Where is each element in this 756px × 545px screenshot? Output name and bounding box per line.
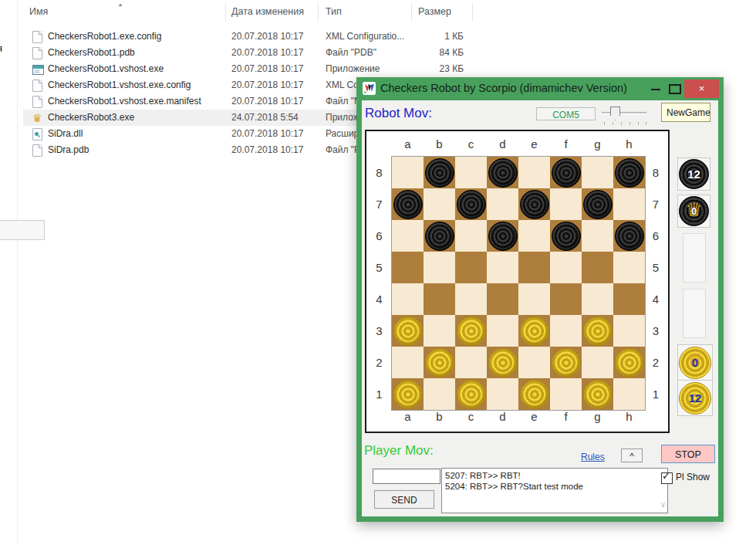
board-square-a3[interactable] xyxy=(392,315,424,347)
minimize-button[interactable] xyxy=(651,89,660,90)
black-men-count: 12 xyxy=(687,168,700,181)
com-port-button[interactable]: COM5 xyxy=(536,107,596,120)
board-square-c8[interactable] xyxy=(455,157,487,188)
board-square-f1[interactable] xyxy=(550,378,582,410)
scroll-down-icon[interactable]: ∨ xyxy=(660,499,666,510)
board-square-e7[interactable] xyxy=(518,188,550,220)
board-square-d2[interactable] xyxy=(487,347,518,378)
stop-button[interactable]: STOP xyxy=(661,445,715,463)
board-square-g2[interactable] xyxy=(582,347,613,378)
board-square-a1[interactable] xyxy=(392,378,424,410)
board-square-a6[interactable] xyxy=(392,220,424,252)
board-square-g4[interactable] xyxy=(582,283,613,315)
board-square-b8[interactable] xyxy=(424,157,455,188)
column-separator[interactable] xyxy=(318,3,319,22)
board-square-d7[interactable] xyxy=(487,188,518,220)
board-square-h3[interactable] xyxy=(613,315,645,347)
board-square-c1[interactable] xyxy=(455,378,487,410)
file-labels-top: abcdefgh xyxy=(366,131,668,157)
board-square-c4[interactable] xyxy=(455,283,487,315)
board-square-c3[interactable] xyxy=(455,315,487,347)
board-square-a7[interactable] xyxy=(392,188,424,220)
newgame-button[interactable]: NewGame xyxy=(661,103,710,122)
board-square-f8[interactable] xyxy=(550,157,582,188)
log-output[interactable]: ∧ ∨ 5207: RBT>> RBT!5204: RBT>> RBT?Star… xyxy=(441,468,668,513)
slider-track[interactable] xyxy=(602,112,646,115)
board-square-f7[interactable] xyxy=(550,188,582,220)
collapse-button[interactable]: ^ xyxy=(621,449,643,462)
board-square-e6[interactable] xyxy=(518,220,550,252)
board-square-f3[interactable] xyxy=(550,315,582,347)
board-square-g1[interactable] xyxy=(582,378,613,410)
column-separator[interactable] xyxy=(472,3,473,22)
board-square-f5[interactable] xyxy=(550,252,582,283)
close-button[interactable]: × xyxy=(684,80,719,98)
board-square-g6[interactable] xyxy=(582,220,613,252)
title-bar[interactable]: Checkers Robot by Scorpio (dimamichev Ve… xyxy=(356,77,724,100)
move-input[interactable] xyxy=(373,469,440,484)
board-square-e5[interactable] xyxy=(518,252,550,283)
board-square-h6[interactable] xyxy=(613,220,645,252)
column-header-type[interactable]: Тип xyxy=(326,6,342,17)
board-square-b3[interactable] xyxy=(424,315,455,347)
board-square-g3[interactable] xyxy=(582,315,613,347)
board-square-f2[interactable] xyxy=(550,347,582,378)
board-square-b1[interactable] xyxy=(424,378,455,410)
board-square-h8[interactable] xyxy=(613,157,645,188)
board-square-a2[interactable] xyxy=(392,347,424,378)
board-square-c5[interactable] xyxy=(455,252,487,283)
board-square-h7[interactable] xyxy=(613,188,645,220)
board-square-h4[interactable] xyxy=(613,283,645,315)
file-date: 20.07.2018 10:17 xyxy=(231,77,303,93)
board-square-f4[interactable] xyxy=(550,283,582,315)
board-square-e3[interactable] xyxy=(518,315,550,347)
board-square-g5[interactable] xyxy=(582,252,613,283)
board-square-c6[interactable] xyxy=(455,220,487,252)
board-coordinate-label: h xyxy=(613,410,645,423)
column-header-size[interactable]: Размер xyxy=(418,6,451,17)
slider-tick xyxy=(629,122,630,125)
board-square-b5[interactable] xyxy=(424,252,455,283)
column-separator[interactable] xyxy=(411,3,412,22)
board-square-a8[interactable] xyxy=(392,157,424,188)
board-square-g8[interactable] xyxy=(582,157,613,188)
board-square-a4[interactable] xyxy=(392,283,424,315)
board-square-h2[interactable] xyxy=(613,347,645,378)
file-row[interactable]: CheckersRobot1.exe.config20.07.2018 10:1… xyxy=(23,29,480,45)
board-square-e8[interactable] xyxy=(518,157,550,188)
black-checker-piece xyxy=(425,158,454,188)
pl-show-checkbox[interactable]: ✓ xyxy=(661,472,673,484)
board-square-d3[interactable] xyxy=(487,315,518,347)
board-square-e2[interactable] xyxy=(518,347,550,378)
board-square-b2[interactable] xyxy=(424,347,455,378)
board-square-a5[interactable] xyxy=(392,252,424,283)
board-square-d8[interactable] xyxy=(487,157,518,188)
rules-link[interactable]: Rules xyxy=(581,452,605,462)
maximize-button[interactable] xyxy=(669,84,681,94)
board-square-e4[interactable] xyxy=(518,283,550,315)
board-square-d5[interactable] xyxy=(487,252,518,283)
column-header-name[interactable]: Имя xyxy=(29,6,48,17)
column-separator[interactable] xyxy=(225,3,226,22)
board-square-b7[interactable] xyxy=(424,188,455,220)
board-square-b6[interactable] xyxy=(424,220,455,252)
slider-thumb[interactable] xyxy=(610,107,620,120)
column-header-date[interactable]: Дата изменения xyxy=(231,6,304,17)
board-square-b4[interactable] xyxy=(424,283,455,315)
board-square-d6[interactable] xyxy=(487,220,518,252)
file-row[interactable]: CheckersRobot1.pdb20.07.2018 10:17Файл "… xyxy=(23,45,480,61)
nav-pane-text-fragment: я xyxy=(0,42,7,54)
file-row[interactable]: CheckersRobot1.vshost.exe20.07.2018 10:1… xyxy=(23,61,480,77)
board-square-e1[interactable] xyxy=(518,378,550,410)
black-checker-piece xyxy=(488,222,518,251)
board-square-g7[interactable] xyxy=(582,188,613,220)
board-square-c2[interactable] xyxy=(455,347,487,378)
board-square-h5[interactable] xyxy=(613,252,645,283)
board-square-c7[interactable] xyxy=(455,188,487,220)
board-square-d4[interactable] xyxy=(487,283,518,315)
board-square-d1[interactable] xyxy=(487,378,518,410)
board-square-f6[interactable] xyxy=(550,220,582,252)
send-button[interactable]: SEND xyxy=(374,490,434,509)
board-square-h1[interactable] xyxy=(613,378,645,410)
speed-slider[interactable] xyxy=(602,105,648,125)
